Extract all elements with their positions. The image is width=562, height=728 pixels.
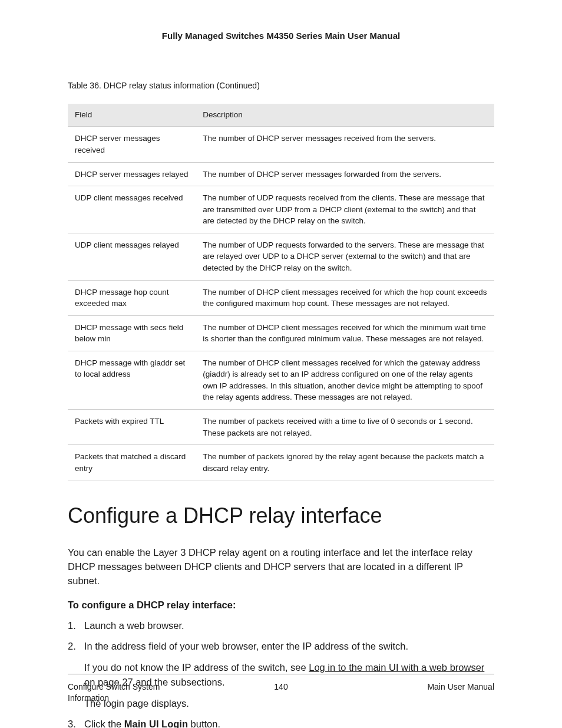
table-row: Packets that matched a discard entry The… bbox=[68, 445, 494, 480]
table-header-description: Description bbox=[196, 104, 494, 127]
step-text: Launch a web browser. bbox=[84, 620, 184, 631]
table-cell-field: Packets that matched a discard entry bbox=[68, 445, 196, 480]
step-prefix: Click the bbox=[84, 719, 124, 728]
table-cell-description: The number of DHCP client messages recei… bbox=[196, 351, 494, 409]
table-cell-field: Packets with expired TTL bbox=[68, 410, 196, 445]
table-caption: Table 36. DHCP relay status information … bbox=[68, 80, 494, 92]
table-cell-field: DHCP message with giaddr set to local ad… bbox=[68, 351, 196, 409]
page-footer: Configure Switch System Information 140 … bbox=[68, 674, 494, 704]
dhcp-relay-status-table: Field Description DHCP server messages r… bbox=[68, 104, 494, 481]
table-cell-field: UDP client messages received bbox=[68, 186, 196, 233]
step-suffix: button. bbox=[188, 719, 220, 728]
table-row: DHCP server messages received The number… bbox=[68, 127, 494, 162]
table-cell-description: The number of packets received with a ti… bbox=[196, 410, 494, 445]
footer-page-number: 140 bbox=[186, 681, 376, 704]
table-cell-description: The number of DHCP client messages recei… bbox=[196, 315, 494, 351]
ui-element-reference: Main UI Login bbox=[124, 719, 188, 728]
section-intro-paragraph: You can enable the Layer 3 DHCP relay ag… bbox=[68, 546, 494, 588]
cross-reference-link[interactable]: Log in to the main UI with a web browser bbox=[309, 662, 484, 673]
table-row: UDP client messages received The number … bbox=[68, 186, 494, 233]
table-cell-description: The number of DHCP client messages recei… bbox=[196, 280, 494, 315]
table-cell-description: The number of DHCP server messages recei… bbox=[196, 127, 494, 162]
step-sub-prefix: If you do not know the IP address of the… bbox=[84, 662, 309, 673]
list-item: Click the Main UI Login button. The main… bbox=[68, 717, 494, 728]
list-item: Launch a web browser. bbox=[68, 618, 494, 634]
table-row: Packets with expired TTL The number of p… bbox=[68, 410, 494, 445]
section-heading: Configure a DHCP relay interface bbox=[68, 501, 494, 531]
table-header-field: Field bbox=[68, 104, 196, 127]
footer-document-title: Main User Manual bbox=[376, 681, 494, 704]
step-text: In the address field of your web browser… bbox=[84, 641, 408, 651]
table-cell-description: The number of DHCP server messages forwa… bbox=[196, 162, 494, 186]
table-row: DHCP message with giaddr set to local ad… bbox=[68, 351, 494, 409]
table-cell-field: DHCP server messages relayed bbox=[68, 162, 196, 186]
table-cell-field: UDP client messages relayed bbox=[68, 233, 196, 280]
procedure-sub-heading: To configure a DHCP relay interface: bbox=[68, 598, 494, 612]
table-cell-field: DHCP message hop count exceeded max bbox=[68, 280, 196, 315]
table-cell-field: DHCP message with secs field below min bbox=[68, 315, 196, 351]
page-header-title: Fully Managed Switches M4350 Series Main… bbox=[68, 29, 494, 42]
table-row: DHCP message hop count exceeded max The … bbox=[68, 280, 494, 315]
procedure-list: Launch a web browser. In the address fie… bbox=[68, 618, 494, 728]
table-cell-description: The number of packets ignored by the rel… bbox=[196, 445, 494, 480]
table-cell-description: The number of UDP requests forwarded to … bbox=[196, 233, 494, 280]
table-row: DHCP message with secs field below min T… bbox=[68, 315, 494, 351]
table-cell-description: The number of UDP requests received from… bbox=[196, 186, 494, 233]
table-row: UDP client messages relayed The number o… bbox=[68, 233, 494, 280]
footer-section-title: Configure Switch System Information bbox=[68, 681, 186, 704]
table-cell-field: DHCP server messages received bbox=[68, 127, 196, 162]
table-row: DHCP server messages relayed The number … bbox=[68, 162, 494, 186]
